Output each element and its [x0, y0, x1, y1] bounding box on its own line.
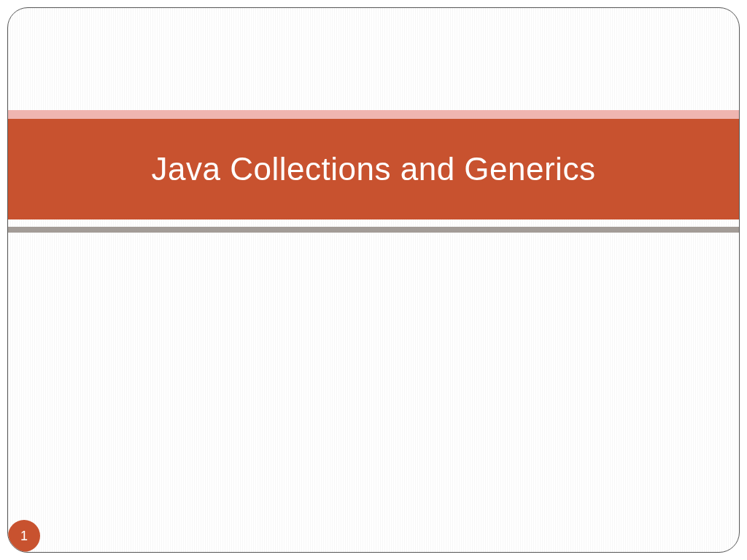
page-number-badge: 1 [8, 520, 40, 552]
title-band: Java Collections and Generics [8, 119, 739, 219]
decorative-stripe-bottom [8, 227, 739, 233]
slide-frame: Java Collections and Generics 1 [7, 7, 740, 553]
page-number: 1 [20, 529, 28, 544]
title-band-group: Java Collections and Generics [8, 110, 739, 233]
decorative-stripe-top [8, 110, 739, 119]
slide-title: Java Collections and Generics [152, 151, 596, 187]
